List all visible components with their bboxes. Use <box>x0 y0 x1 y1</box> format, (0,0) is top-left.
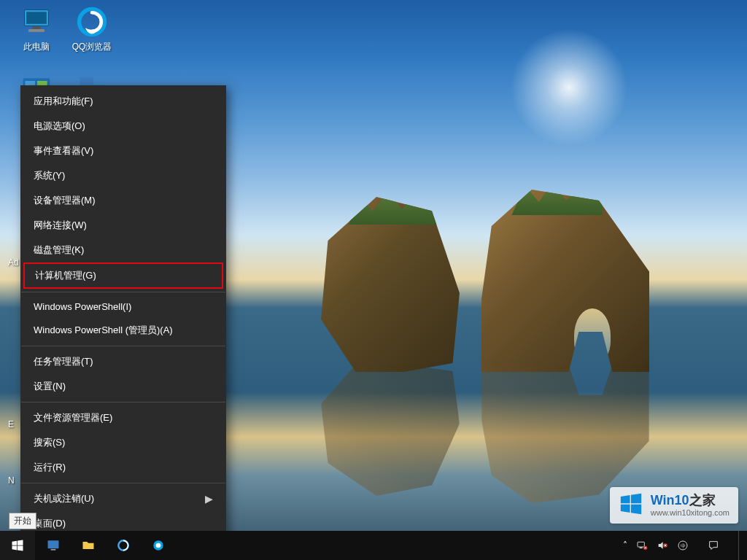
menu-item-label: 事件查看器(V) <box>34 144 93 158</box>
menu-item-powershell[interactable]: Windows PowerShell(I) <box>20 295 226 318</box>
menu-item-network-connections[interactable]: 网络连接(W) <box>20 213 226 238</box>
windows-start-icon <box>11 539 24 552</box>
watermark-url: www.win10xitong.com <box>651 508 729 518</box>
menu-item-label: 设备管理器(M) <box>34 194 96 207</box>
network-status-icon[interactable] <box>636 540 648 551</box>
action-center-button[interactable] <box>697 531 729 560</box>
svg-marker-17 <box>631 505 641 514</box>
taskbar-app[interactable] <box>36 531 70 560</box>
start-button-tooltip: 开始 <box>9 513 36 529</box>
menu-item-label: 电源选项(O) <box>34 120 85 133</box>
menu-item-label: 运行(R) <box>34 461 66 474</box>
menu-item-device-manager[interactable]: 设备管理器(M) <box>20 188 226 213</box>
menu-item-label: 桌面(D) <box>34 517 66 530</box>
menu-separator <box>21 292 225 292</box>
menu-item-computer-management[interactable]: 计算机管理(G) <box>25 264 222 287</box>
svg-marker-21 <box>18 545 23 551</box>
qq-browser-icon <box>76 6 108 38</box>
svg-marker-19 <box>18 540 23 545</box>
watermark-title-main: Win10 <box>651 493 689 508</box>
svg-rect-22 <box>48 540 59 548</box>
taskbar-app[interactable] <box>71 531 105 560</box>
submenu-arrow-icon: ▶ <box>205 493 213 505</box>
desktop-label-partial-n: N <box>8 475 15 486</box>
winx-context-menu: 应用和功能(F) 电源选项(O) 事件查看器(V) 系统(Y) 设备管理器(M)… <box>20 85 226 540</box>
taskbar: ˄ 中 <box>0 531 747 560</box>
svg-rect-28 <box>640 548 643 548</box>
desktop-icon-label: QQ浏览器 <box>66 41 118 53</box>
desktop-icon-label: 此电脑 <box>10 41 63 53</box>
menu-item-event-viewer[interactable]: 事件查看器(V) <box>20 139 226 163</box>
menu-item-file-explorer[interactable]: 文件资源管理器(E) <box>20 405 226 430</box>
watermark-badge: Win10之家 www.win10xitong.com <box>610 487 738 524</box>
start-button[interactable] <box>0 531 35 560</box>
menu-item-label: 计算机管理(G) <box>35 269 96 282</box>
menu-item-label: 任务管理器(T) <box>34 355 93 368</box>
menu-item-label: Windows PowerShell(I) <box>34 301 131 312</box>
svg-marker-16 <box>621 505 630 513</box>
menu-item-run[interactable]: 运行(R) <box>20 455 226 480</box>
menu-item-powershell-admin[interactable]: Windows PowerShell (管理员)(A) <box>20 318 226 343</box>
menu-item-label: 文件资源管理器(E) <box>34 411 112 424</box>
menu-item-label: 磁盘管理(K) <box>34 244 84 257</box>
svg-text:中: 中 <box>681 542 686 549</box>
menu-item-settings[interactable]: 设置(N) <box>20 374 226 399</box>
desktop-label-partial-e: E <box>8 419 14 429</box>
desktop[interactable]: 此电脑 QQ浏览器 Ad E N 应用和功能(F) 电源选项(O) 事件查看器(… <box>0 0 747 560</box>
menu-item-system[interactable]: 系统(Y) <box>20 163 226 188</box>
menu-item-highlight: 计算机管理(G) <box>23 262 223 289</box>
wallpaper-reflection-right <box>481 365 649 503</box>
menu-item-search[interactable]: 搜索(S) <box>20 430 226 455</box>
desktop-icon-this-pc[interactable]: 此电脑 <box>10 6 63 53</box>
svg-point-26 <box>156 543 161 548</box>
svg-rect-1 <box>26 12 47 24</box>
menu-item-task-manager[interactable]: 任务管理器(T) <box>20 349 226 374</box>
svg-marker-15 <box>631 494 641 503</box>
watermark-title-suffix: 之家 <box>689 493 716 508</box>
menu-item-apps-and-features[interactable]: 应用和功能(F) <box>20 89 226 114</box>
desktop-label-partial-admin: Ad <box>8 257 19 268</box>
menu-item-label: Windows PowerShell (管理员)(A) <box>34 324 173 337</box>
desktop-icon-qq-browser[interactable]: QQ浏览器 <box>66 6 118 53</box>
svg-rect-23 <box>51 549 56 551</box>
menu-item-power-options[interactable]: 电源选项(O) <box>20 114 226 139</box>
menu-separator <box>21 483 225 483</box>
watermark-title: Win10之家 <box>651 493 729 508</box>
menu-item-label: 应用和功能(F) <box>34 95 93 108</box>
menu-item-label: 网络连接(W) <box>34 219 87 232</box>
show-desktop-button[interactable] <box>738 531 743 560</box>
wallpaper-rock-right <box>481 190 649 372</box>
volume-icon[interactable] <box>657 540 668 551</box>
menu-item-label: 搜索(S) <box>34 436 65 449</box>
svg-rect-3 <box>28 29 44 32</box>
svg-marker-20 <box>12 545 18 550</box>
taskbar-app[interactable] <box>142 531 175 560</box>
wallpaper-reflection-left <box>321 365 460 496</box>
menu-item-shutdown-signout[interactable]: 关机或注销(U) ▶ <box>20 486 226 511</box>
ime-icon[interactable]: 中 <box>677 540 689 551</box>
this-pc-icon <box>20 6 53 38</box>
menu-item-label: 系统(Y) <box>34 169 65 182</box>
wallpaper-rock-left <box>321 197 460 372</box>
menu-separator <box>21 402 225 402</box>
menu-item-label: 关机或注销(U) <box>34 492 94 505</box>
system-tray: ˄ 中 <box>619 531 747 560</box>
taskbar-pinned-apps <box>36 531 175 560</box>
menu-item-label: 设置(N) <box>34 380 66 393</box>
svg-rect-27 <box>638 542 644 547</box>
menu-item-disk-management[interactable]: 磁盘管理(K) <box>20 238 226 262</box>
windows-logo-icon <box>619 491 643 519</box>
svg-marker-14 <box>621 495 630 503</box>
taskbar-app[interactable] <box>107 531 140 560</box>
menu-separator <box>21 346 225 346</box>
svg-rect-2 <box>33 26 41 29</box>
tray-overflow-chevron-icon[interactable]: ˄ <box>623 540 627 551</box>
svg-marker-18 <box>12 541 18 545</box>
